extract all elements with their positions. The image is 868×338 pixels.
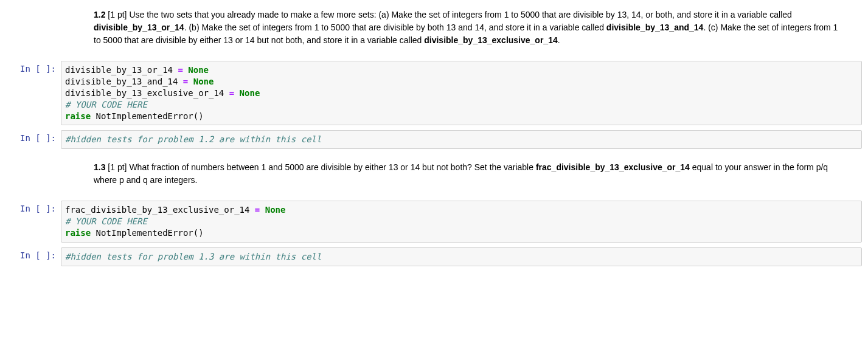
- code-token: [91, 228, 95, 238]
- code-content[interactable]: #hidden tests for problem 1.3 are within…: [65, 251, 858, 263]
- code-comment: # YOUR CODE HERE: [65, 100, 147, 109]
- q-number: 1.2: [94, 10, 105, 19]
- markdown-text-1-3: 1.3 [1 pt] What fraction of numbers betw…: [61, 161, 850, 196]
- code-comment: #hidden tests for problem 1.2 are within…: [65, 134, 321, 144]
- code-content[interactable]: frac_divisible_by_13_exclusive_or_14 = N…: [65, 204, 858, 239]
- code-token: None: [188, 65, 209, 75]
- prompt-in: In [ ]:: [0, 130, 61, 149]
- code-token: =: [224, 88, 239, 98]
- prompt-empty: [0, 9, 61, 56]
- code-token: =: [173, 65, 188, 75]
- var-name: divisible_by_13_exclusive_or_14: [424, 35, 557, 45]
- q-text: . (b) Make the set of integers from 1 to…: [184, 22, 606, 32]
- code-token: (): [193, 111, 204, 121]
- q-number: 1.3: [94, 162, 105, 172]
- code-content[interactable]: #hidden tests for problem 1.2 are within…: [65, 134, 858, 145]
- prompt-in: In [ ]:: [0, 201, 61, 243]
- code-token: None: [240, 88, 260, 98]
- code-token: None: [193, 77, 214, 86]
- code-token: NotImplementedError: [96, 111, 193, 121]
- prompt-in: In [ ]:: [0, 247, 61, 266]
- prompt-empty: [0, 161, 61, 196]
- code-comment: # YOUR CODE HERE: [65, 216, 147, 226]
- code-cell-hidden-1-3[interactable]: In [ ]: #hidden tests for problem 1.3 ar…: [0, 245, 868, 269]
- code-token: divisible_by_13_or_14: [65, 65, 173, 75]
- code-content[interactable]: divisible_by_13_or_14 = None divisible_b…: [65, 64, 858, 122]
- var-name: divisible_by_13_and_14: [606, 22, 704, 32]
- code-token: divisible_by_13_exclusive_or_14: [65, 88, 224, 98]
- code-token: frac_divisible_by_13_exclusive_or_14: [65, 205, 249, 215]
- code-token: None: [265, 205, 286, 215]
- var-name: divisible_by_13_or_14: [94, 22, 184, 32]
- code-input-area[interactable]: #hidden tests for problem 1.2 are within…: [61, 130, 862, 149]
- code-token: raise: [65, 111, 91, 121]
- prompt-in: In [ ]:: [0, 61, 61, 125]
- markdown-text-1-2: 1.2 [1 pt] Use the two sets that you alr…: [61, 9, 850, 56]
- var-name: frac_divisible_by_13_exclusive_or_14: [536, 162, 690, 172]
- code-cell-hidden-1-2[interactable]: In [ ]: #hidden tests for problem 1.2 ar…: [0, 128, 868, 151]
- code-token: (): [193, 228, 204, 238]
- code-token: [91, 111, 95, 121]
- code-cell-1-3[interactable]: In [ ]: frac_divisible_by_13_exclusive_o…: [0, 198, 868, 245]
- code-comment: #hidden tests for problem 1.3 are within…: [65, 252, 321, 261]
- code-input-area[interactable]: frac_divisible_by_13_exclusive_or_14 = N…: [61, 201, 862, 243]
- code-token: raise: [65, 228, 91, 238]
- code-input-area[interactable]: divisible_by_13_or_14 = None divisible_b…: [61, 61, 862, 125]
- notebook: 1.2 [1 pt] Use the two sets that you alr…: [0, 0, 868, 275]
- q-text: [1 pt] What fraction of numbers between …: [105, 162, 535, 172]
- q-text: [1 pt] Use the two sets that you already…: [105, 10, 791, 19]
- code-token: NotImplementedError: [96, 228, 193, 238]
- code-token: =: [249, 205, 265, 215]
- code-token: =: [178, 77, 193, 86]
- q-text: .: [558, 35, 560, 45]
- markdown-cell-1-3: 1.3 [1 pt] What fraction of numbers betw…: [0, 159, 868, 198]
- code-input-area[interactable]: #hidden tests for problem 1.3 are within…: [61, 247, 862, 266]
- code-token: divisible_by_13_and_14: [65, 77, 178, 86]
- markdown-cell-1-2: 1.2 [1 pt] Use the two sets that you alr…: [0, 6, 868, 58]
- code-cell-1-2[interactable]: In [ ]: divisible_by_13_or_14 = None div…: [0, 58, 868, 128]
